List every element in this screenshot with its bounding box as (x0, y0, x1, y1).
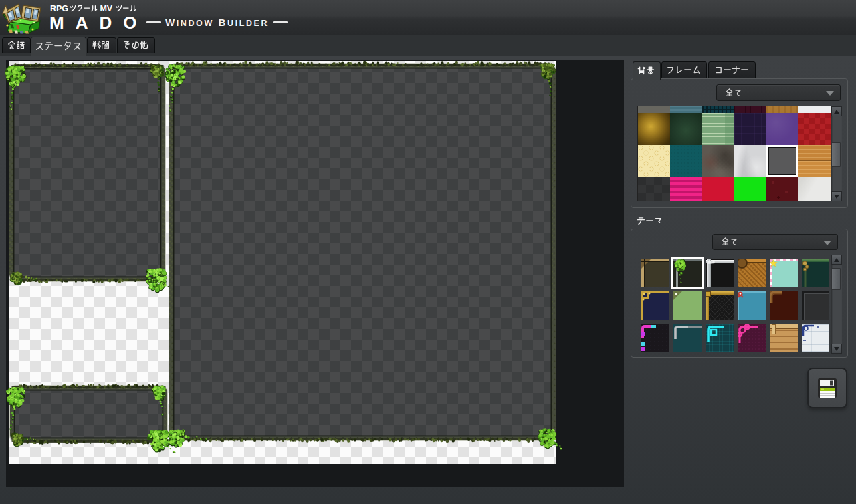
svg-text:RPG: RPG (50, 4, 68, 13)
svg-text:MV: MV (100, 4, 112, 13)
